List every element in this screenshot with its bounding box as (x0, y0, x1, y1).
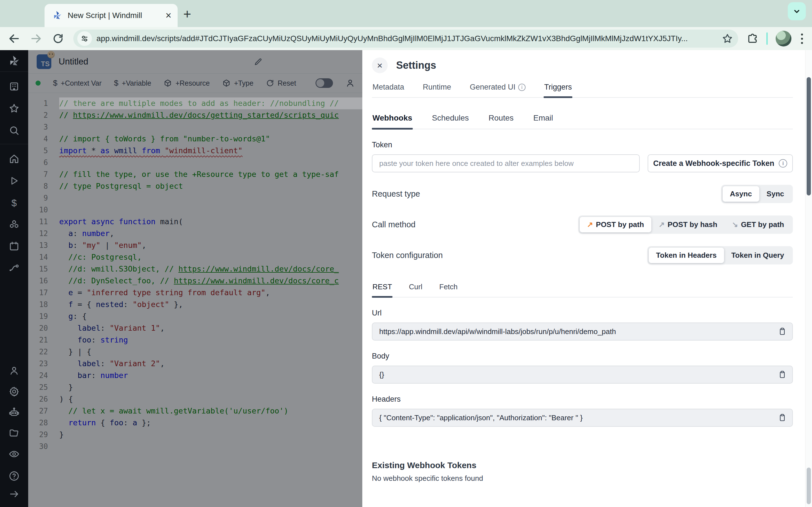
clipboard-icon[interactable] (777, 370, 786, 379)
browser-tab[interactable]: New Script | Windmill × (45, 4, 177, 27)
windmill-logo[interactable] (0, 50, 28, 72)
toolbar-right (747, 31, 805, 47)
trigger-tabs: WebhooksSchedulesRoutesEmail (372, 114, 793, 129)
folders-icon[interactable] (8, 428, 20, 439)
browser-tabstrip: New Script | Windmill × + (0, 0, 812, 27)
snippet-tab[interactable]: REST (372, 283, 393, 297)
site-settings-icon[interactable] (77, 31, 92, 46)
help-icon[interactable] (8, 470, 20, 482)
token-config-option[interactable]: Token in Headers (649, 247, 724, 263)
snippet-tab[interactable]: Fetch (439, 283, 458, 297)
body-label: Body (372, 352, 793, 360)
bookmark-star-icon[interactable] (722, 33, 733, 44)
runs-play-icon[interactable] (8, 175, 20, 186)
reload-icon (52, 33, 64, 45)
settings-tabs: Metadata Runtime Generated UIi Triggers (372, 79, 793, 98)
trigger-tab[interactable]: Webhooks (372, 114, 413, 129)
tab-search-chevron-button[interactable] (788, 2, 806, 20)
snippet-tab[interactable]: Curl (408, 283, 423, 297)
schedules-calendar-icon[interactable] (8, 240, 20, 252)
url-bar[interactable]: app.windmill.dev/scripts/add#JTdCJTIyaGF… (73, 30, 738, 48)
chevron-down-icon (792, 6, 802, 16)
trigger-tab[interactable]: Routes (488, 114, 514, 129)
call-method-option[interactable]: ↘GET by path (725, 217, 792, 232)
url-field[interactable]: https://app.windmill.dev/api/w/windmill-… (372, 323, 793, 341)
search-icon[interactable] (8, 125, 20, 136)
tab-close-icon[interactable]: × (165, 10, 171, 20)
info-icon: i (779, 159, 787, 168)
reload-button[interactable] (51, 32, 65, 45)
extensions-icon[interactable] (747, 33, 758, 45)
back-arrow-icon (8, 33, 20, 45)
windmill-favicon (52, 10, 63, 21)
toolbar-separator (766, 33, 768, 45)
request-type-option[interactable]: Sync (759, 186, 792, 202)
favorites-star-icon[interactable] (8, 103, 20, 114)
user-icon[interactable] (8, 365, 20, 376)
trigger-tab[interactable]: Schedules (432, 114, 469, 129)
token-config-segmented: Token in HeadersToken in Query (647, 246, 793, 265)
scrollbar-thumb[interactable] (807, 77, 811, 195)
resources-cubes-icon[interactable] (8, 219, 20, 230)
settings-tab[interactable]: Metadata (372, 79, 405, 97)
call-method-option[interactable]: ↗POST by hash (651, 217, 725, 232)
settings-tab[interactable]: Triggers (544, 79, 572, 97)
request-type-option[interactable]: Async (723, 186, 759, 202)
snippet-tabs: RESTCurlFetch (372, 283, 793, 297)
token-label: Token (372, 140, 793, 149)
expand-sidebar-arrow-icon[interactable] (8, 489, 20, 500)
app-sidebar: $ (0, 50, 28, 507)
settings-scrollbar[interactable] (805, 50, 812, 507)
clipboard-icon[interactable] (777, 327, 786, 336)
token-config-label: Token configuration (372, 251, 443, 260)
arrow-icon: ↗ (659, 220, 665, 229)
scrollbar-thumb-secondary[interactable] (807, 467, 811, 504)
editor-dim-overlay (28, 50, 362, 507)
workspace-building-icon[interactable] (8, 81, 20, 92)
existing-tokens-empty: No webhook specific tokens found (372, 474, 793, 483)
existing-tokens-heading: Existing Webhook Tokens (372, 460, 793, 470)
settings-drawer: × Settings Metadata Runtime Generated UI… (362, 50, 812, 507)
profile-avatar[interactable] (776, 31, 792, 47)
workers-robot-icon[interactable] (8, 407, 20, 418)
url-label: Url (372, 309, 793, 318)
forward-button[interactable] (29, 32, 43, 45)
request-type-label: Request type (372, 189, 420, 199)
settings-gear-icon[interactable] (8, 386, 20, 397)
variables-dollar-icon[interactable]: $ (8, 197, 20, 209)
script-editor: TS Untitled $ +Context Var $ +Variable +… (28, 50, 362, 507)
settings-tab[interactable]: Generated UIi (469, 79, 526, 97)
close-settings-button[interactable]: × (372, 57, 388, 73)
audit-eye-icon[interactable] (8, 448, 20, 460)
call-method-segmented: ↗POST by path↗POST by hash↘GET by path (578, 216, 793, 234)
token-input[interactable] (372, 154, 640, 172)
request-type-segmented: AsyncSync (721, 185, 793, 203)
tab-title: New Script | Windmill (68, 11, 160, 20)
browser-menu-icon[interactable] (799, 32, 805, 46)
current-line-highlight (59, 98, 362, 109)
forward-arrow-icon (30, 33, 42, 45)
back-button[interactable] (7, 32, 21, 45)
url-text[interactable]: app.windmill.dev/scripts/add#JTdCJTIyaGF… (96, 34, 717, 43)
trigger-tab[interactable]: Email (533, 114, 554, 129)
browser-toolbar: app.windmill.dev/scripts/add#JTdCJTIyaGF… (0, 27, 812, 50)
headers-label: Headers (372, 395, 793, 404)
clipboard-icon[interactable] (777, 413, 786, 422)
new-tab-button[interactable]: + (183, 6, 191, 22)
headers-field[interactable]: { "Content-Type": "application/json", "A… (372, 409, 793, 427)
routes-icon[interactable] (8, 263, 20, 274)
arrow-icon: ↘ (732, 220, 738, 229)
body-field[interactable]: {} (372, 365, 793, 384)
arrow-icon: ↗ (587, 220, 593, 229)
create-webhook-token-button[interactable]: Create a Webhook-specific Token i (648, 154, 793, 172)
call-method-label: Call method (372, 220, 416, 229)
call-method-option[interactable]: ↗POST by path (580, 217, 651, 232)
settings-title: Settings (396, 59, 436, 71)
home-icon[interactable] (8, 153, 20, 165)
token-config-option[interactable]: Token in Query (724, 247, 792, 263)
settings-tab[interactable]: Runtime (422, 79, 452, 97)
